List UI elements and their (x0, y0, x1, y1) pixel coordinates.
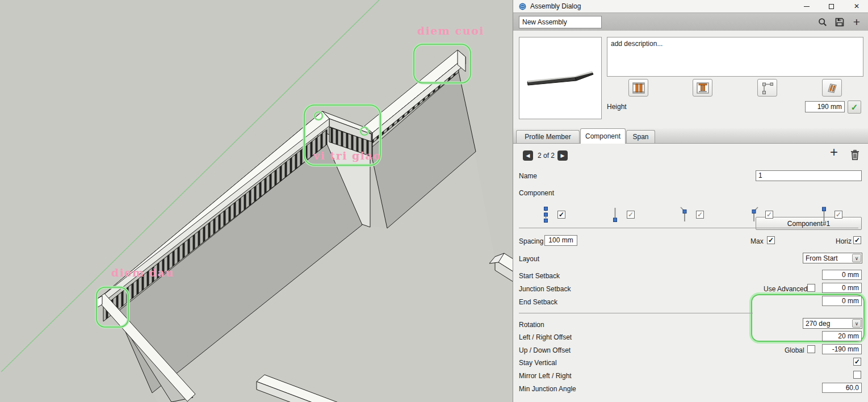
post-junction-right-checkbox[interactable]: ✓ (765, 211, 773, 219)
max-checkbox[interactable]: ✓ (767, 236, 775, 244)
ud-offset-label: Up / Down Offset (519, 346, 571, 354)
tab-span[interactable]: Span (626, 130, 655, 143)
horiz-checkbox[interactable]: ✓ (853, 236, 861, 244)
name-input[interactable]: 1 (756, 170, 862, 181)
app-icon (519, 3, 526, 10)
tab-profile-member[interactable]: Profile Member (516, 130, 580, 143)
end-setback-input[interactable]: 0 mm (822, 296, 862, 306)
sloped-rail-icon[interactable] (822, 79, 842, 97)
chevron-down-icon: ∨ (852, 254, 861, 262)
stay-vertical-checkbox[interactable]: ✓ (853, 358, 861, 366)
3d-scene: diem cuoi vi tri giao diem dau (0, 0, 513, 402)
next-component-button[interactable]: ▶ (557, 150, 568, 161)
post-junction-left-checkbox[interactable]: ✓ (696, 211, 704, 219)
tab-component[interactable]: Component (580, 128, 626, 144)
maximize-icon[interactable] (821, 0, 841, 12)
post-start-icon (611, 207, 619, 225)
min-junction-angle-label: Min Junction Angle (519, 385, 576, 393)
assembly-name-input[interactable]: New Assembly (519, 16, 602, 28)
close-icon[interactable]: ✕ (847, 0, 866, 12)
mirror-checkbox[interactable] (853, 371, 861, 379)
dialog-content: add description... Height 190 mm ✓ Profi… (513, 31, 868, 402)
junction-setback-label: Junction Setback (519, 285, 571, 293)
dialog-toolbar: New Assembly + (513, 12, 868, 31)
tab-bar: Profile Member Component Span (513, 128, 868, 144)
horiz-label: Horiz (836, 237, 852, 245)
component-label: Component (519, 189, 554, 197)
min-junction-angle-input[interactable]: 60.0 (822, 383, 862, 393)
ud-offset-input[interactable]: -190 mm (822, 344, 862, 354)
mirror-label: Mirror Left / Right (519, 372, 572, 380)
layout-select[interactable]: From Start ∨ (803, 253, 862, 263)
lr-offset-label: Left / Right Offset (519, 333, 572, 341)
post-end-icon (820, 207, 828, 225)
post-start-checkbox[interactable]: ✓ (627, 211, 635, 219)
name-label: Name (519, 172, 537, 180)
rotation-label: Rotation (519, 321, 544, 329)
trash-icon[interactable] (850, 150, 859, 162)
add-component-icon[interactable]: + (830, 148, 838, 159)
posts-all-checkbox[interactable]: ✓ (557, 211, 565, 219)
spacing-label: Spacing (519, 237, 543, 245)
description-input[interactable]: add description... (607, 37, 863, 77)
minimize-icon[interactable] (797, 0, 816, 12)
global-label: Global (785, 346, 804, 354)
max-label: Max (750, 237, 764, 245)
search-icon[interactable] (817, 17, 828, 27)
chevron-down-icon: ∨ (852, 319, 861, 328)
dialog-title: Assembly Dialog (530, 2, 581, 10)
lr-offset-input[interactable]: 20 mm (822, 331, 862, 341)
post-junction-right-icon (749, 207, 758, 225)
prev-component-button[interactable]: ◀ (523, 150, 533, 161)
layout-label: Layout (519, 255, 539, 263)
post-end-checkbox[interactable]: ✓ (835, 211, 842, 219)
height-input[interactable]: 190 mm (805, 101, 845, 112)
section-post-icon[interactable] (693, 79, 712, 97)
post-junction-left-icon (680, 207, 689, 225)
stay-vertical-label: Stay Vertical (519, 359, 557, 367)
assembly-dialog: Assembly Dialog ✕ New Assembly + (513, 0, 868, 402)
start-setback-label: Start Setback (519, 272, 560, 280)
add-assembly-icon[interactable]: + (852, 17, 862, 27)
assembly-preview[interactable] (519, 37, 602, 119)
end-setback-label: End Setback (519, 298, 557, 306)
start-setback-input[interactable]: 0 mm (822, 270, 862, 280)
height-label: Height (607, 103, 627, 111)
save-icon[interactable] (835, 17, 845, 27)
preview-thumbnail (519, 37, 601, 119)
junction-label: vi tri giao (313, 149, 381, 162)
end-point-label: diem cuoi (417, 24, 484, 37)
elevation-posts-icon[interactable] (628, 79, 648, 97)
confirm-height-button[interactable]: ✓ (848, 101, 861, 114)
posts-all-icon (542, 207, 550, 225)
spacing-input[interactable]: 100 mm (544, 235, 577, 246)
dialog-titlebar[interactable]: Assembly Dialog ✕ (513, 0, 868, 12)
corner-path-icon[interactable] (757, 79, 777, 97)
start-point-label: diem dau (111, 266, 174, 279)
pager-text: 2 of 2 (538, 152, 555, 160)
global-checkbox[interactable] (807, 345, 815, 353)
rotation-select[interactable]: 270 deg ∨ (803, 318, 862, 329)
3d-viewport[interactable]: diem cuoi vi tri giao diem dau (0, 0, 513, 402)
application-window: diem cuoi vi tri giao diem dau Assembly … (0, 0, 868, 402)
use-advanced-label: Use Advanced (764, 285, 807, 293)
use-advanced-checkbox[interactable] (807, 284, 815, 292)
junction-setback-input[interactable]: 0 mm (822, 283, 862, 293)
